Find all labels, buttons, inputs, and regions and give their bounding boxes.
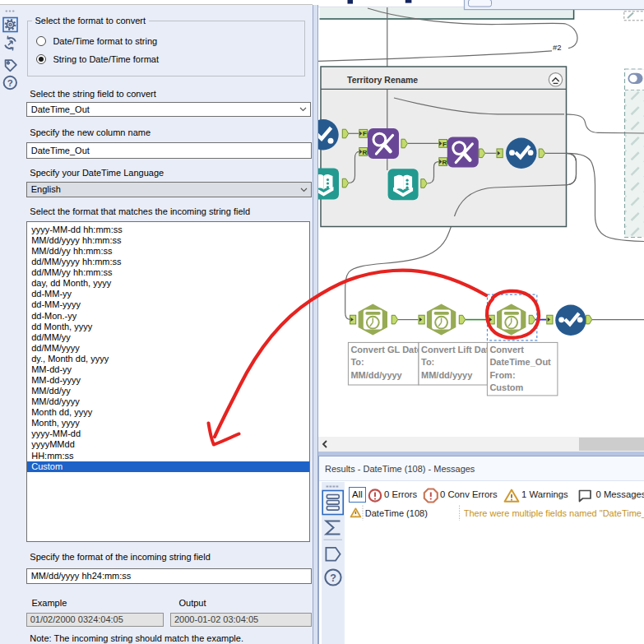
svg-text:Convert GL Date: Convert GL Date (350, 345, 422, 354)
svg-text:Custom: Custom (489, 382, 523, 392)
svg-text:F: F (442, 141, 447, 148)
svg-text:From:: From: (489, 370, 515, 380)
svg-text:#2: #2 (553, 43, 562, 52)
svg-text:R: R (442, 159, 447, 166)
svg-text:Convert: Convert (489, 345, 524, 354)
svg-text:F: F (363, 130, 367, 137)
svg-text:Territory Rename: Territory Rename (347, 75, 418, 85)
svg-text:?: ? (7, 78, 13, 88)
svg-text:Convert Lift Date: Convert Lift Date (421, 345, 494, 354)
svg-text:To:: To: (421, 357, 434, 367)
svg-text:MM/dd/yyyy: MM/dd/yyyy (350, 370, 402, 380)
svg-text:DateTime_Out: DateTime_Out (489, 357, 551, 367)
svg-text:MM/dd/yyyy: MM/dd/yyyy (421, 370, 473, 380)
svg-text:?: ? (330, 572, 336, 584)
svg-text:To:: To: (350, 357, 364, 367)
svg-text:R: R (363, 149, 368, 156)
